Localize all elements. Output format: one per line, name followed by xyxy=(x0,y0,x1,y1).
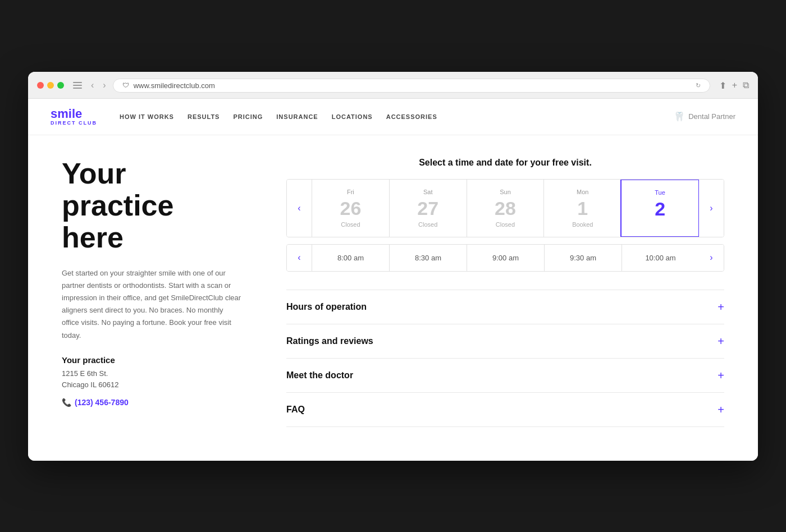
share-icon[interactable]: ⬆ xyxy=(719,80,726,91)
date-cell-mon1[interactable]: Mon 1 Booked xyxy=(543,180,621,237)
date-num-28: 28 xyxy=(472,199,540,218)
dental-partner[interactable]: 🦷 Dental Partner xyxy=(674,111,735,122)
minimize-button[interactable] xyxy=(47,82,54,89)
date-num-26: 26 xyxy=(317,199,385,218)
main-nav: HOW IT WORKS RESULTS PRICING INSURANCE L… xyxy=(120,113,437,120)
time-900[interactable]: 9:00 am xyxy=(467,245,544,271)
practice-description: Get started on your straighter smile wit… xyxy=(62,267,241,342)
practice-title: Your practice here xyxy=(62,158,241,254)
forward-button[interactable]: › xyxy=(100,79,108,91)
time-next-button[interactable]: › xyxy=(699,245,724,271)
address-bar[interactable]: 🛡 www.smiledirectclub.com ↻ xyxy=(113,79,710,93)
new-tab-icon[interactable]: + xyxy=(732,80,737,91)
date-cell-tue2[interactable]: Tue 2 xyxy=(620,179,700,237)
site-header: smile DIRECT CLUB HOW IT WORKS RESULTS P… xyxy=(28,99,758,135)
accordion-doctor-expand-icon: + xyxy=(718,370,724,381)
accordion-ratings-label: Ratings and reviews xyxy=(286,336,373,346)
browser-actions: ⬆ + ⧉ xyxy=(719,80,749,91)
date-status-sat: Closed xyxy=(394,221,462,228)
accordion-hours-expand-icon: + xyxy=(718,301,724,313)
practice-address: 1215 E 6th St. Chicago IL 60612 xyxy=(62,368,241,392)
accordion-faq-header[interactable]: FAQ + xyxy=(286,404,724,415)
accordion-hours: Hours of operation + xyxy=(286,290,724,324)
time-prev-button[interactable]: ‹ xyxy=(287,245,312,271)
date-prev-button[interactable]: ‹ xyxy=(287,180,312,237)
date-day-fri: Fri xyxy=(317,189,385,195)
nav-results[interactable]: RESULTS xyxy=(188,113,220,120)
date-day-mon: Mon xyxy=(549,189,616,195)
nav-how-it-works[interactable]: HOW IT WORKS xyxy=(120,113,174,120)
date-day-tue: Tue xyxy=(626,189,694,196)
date-num-27: 27 xyxy=(394,199,462,218)
date-status-fri: Closed xyxy=(317,221,385,228)
time-830[interactable]: 8:30 am xyxy=(389,245,467,271)
close-button[interactable] xyxy=(37,82,44,89)
address-line1: 1215 E 6th St. xyxy=(62,368,241,380)
accordion-doctor-header[interactable]: Meet the doctor + xyxy=(286,370,724,381)
traffic-lights xyxy=(37,82,64,89)
accordion-doctor-label: Meet the doctor xyxy=(286,370,353,380)
date-cell-sun28[interactable]: Sun 28 Closed xyxy=(467,180,544,237)
date-num-2: 2 xyxy=(626,199,694,218)
nav-accessories[interactable]: ACCESSORIES xyxy=(386,113,437,120)
tooth-icon: 🦷 xyxy=(674,111,685,122)
security-icon: 🛡 xyxy=(122,81,129,89)
accordion-ratings: Ratings and reviews + xyxy=(286,324,724,358)
fullscreen-button[interactable] xyxy=(57,82,64,89)
time-picker: ‹ 8:00 am 8:30 am 9:00 am 9:30 am 10:00 … xyxy=(286,244,724,272)
date-num-1: 1 xyxy=(549,199,616,218)
right-panel: Select a time and date for your free vis… xyxy=(286,158,724,427)
date-next-button[interactable]: › xyxy=(699,180,724,237)
accordion-ratings-expand-icon: + xyxy=(718,336,724,347)
accordion-ratings-header[interactable]: Ratings and reviews + xyxy=(286,336,724,347)
date-cell-fri26[interactable]: Fri 26 Closed xyxy=(312,180,389,237)
time-800[interactable]: 8:00 am xyxy=(312,245,389,271)
booking-title: Select a time and date for your free vis… xyxy=(286,158,724,168)
logo-sub-text: DIRECT CLUB xyxy=(51,120,97,126)
url-text: www.smiledirectclub.com xyxy=(134,81,215,90)
nav-insurance[interactable]: INSURANCE xyxy=(276,113,318,120)
phone-number: (123) 456-7890 xyxy=(75,398,129,407)
date-picker: ‹ Fri 26 Closed Sat 27 Closed Sun 28 xyxy=(286,179,724,237)
practice-phone[interactable]: 📞 (123) 456-7890 xyxy=(62,398,241,407)
dental-partner-label: Dental Partner xyxy=(688,112,735,121)
phone-icon: 📞 xyxy=(62,398,71,407)
accordion-faq: FAQ + xyxy=(286,392,724,427)
accordion-faq-label: FAQ xyxy=(286,405,305,415)
accordion-faq-expand-icon: + xyxy=(718,404,724,415)
date-status-sun: Closed xyxy=(472,221,540,228)
time-1000[interactable]: 10:00 am xyxy=(622,245,699,271)
practice-title-line2: practice here xyxy=(62,189,173,254)
browser-window: ‹ › 🛡 www.smiledirectclub.com ↻ ⬆ + ⧉ sm… xyxy=(28,72,758,461)
accordion-hours-header[interactable]: Hours of operation + xyxy=(286,301,724,313)
practice-title-line1: Your xyxy=(62,157,126,190)
date-day-sat: Sat xyxy=(394,189,462,195)
back-button[interactable]: ‹ xyxy=(89,79,96,91)
browser-chrome: ‹ › 🛡 www.smiledirectclub.com ↻ ⬆ + ⧉ xyxy=(28,72,758,99)
nav-locations[interactable]: LOCATIONS xyxy=(332,113,373,120)
main-content: Your practice here Get started on your s… xyxy=(28,135,758,461)
accordion-doctor: Meet the doctor + xyxy=(286,358,724,392)
practice-name: Your practice xyxy=(62,355,241,365)
left-panel: Your practice here Get started on your s… xyxy=(62,158,241,427)
nav-pricing[interactable]: PRICING xyxy=(233,113,263,120)
date-cell-sat27[interactable]: Sat 27 Closed xyxy=(389,180,467,237)
time-930[interactable]: 9:30 am xyxy=(544,245,622,271)
refresh-icon[interactable]: ↻ xyxy=(696,82,701,89)
date-status-mon: Booked xyxy=(549,221,616,228)
logo[interactable]: smile DIRECT CLUB xyxy=(51,108,97,126)
sidebar-toggle-button[interactable] xyxy=(73,82,82,89)
address-line2: Chicago IL 60612 xyxy=(62,379,241,391)
page-content: smile DIRECT CLUB HOW IT WORKS RESULTS P… xyxy=(28,99,758,461)
tabs-icon[interactable]: ⧉ xyxy=(743,80,749,91)
accordion-hours-label: Hours of operation xyxy=(286,302,367,312)
logo-smile-text: smile xyxy=(51,108,97,120)
date-day-sun: Sun xyxy=(472,189,540,195)
